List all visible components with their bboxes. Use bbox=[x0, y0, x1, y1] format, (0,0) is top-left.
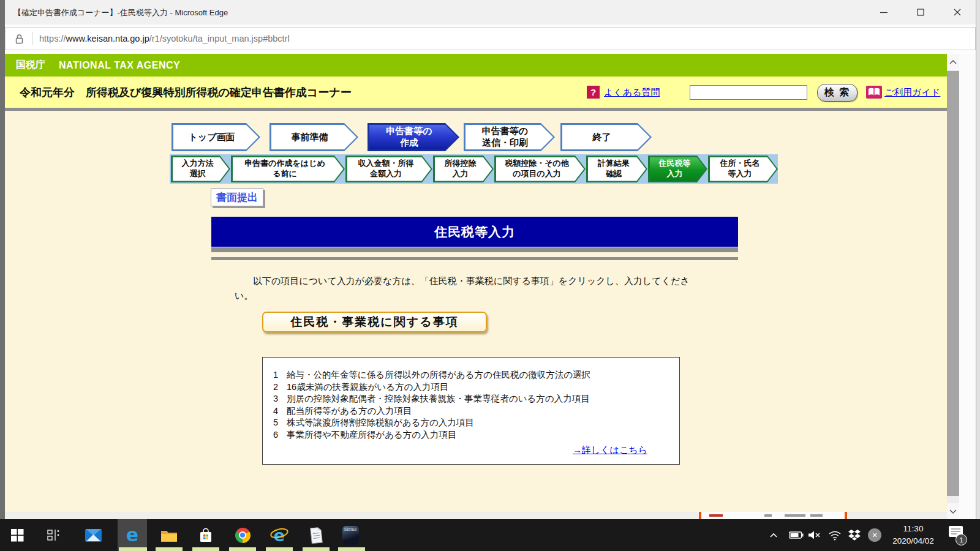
sub-nav-step-before-start[interactable]: 申告書の作成をはじめる前に bbox=[231, 156, 345, 182]
main-nav-step-send-print[interactable]: 申告書等の送信・印刷 bbox=[464, 123, 555, 151]
window-right-border bbox=[976, 0, 980, 519]
item-number: 6 bbox=[273, 429, 287, 441]
mail-app-button[interactable] bbox=[78, 519, 108, 551]
step-label: 計算結果 bbox=[598, 159, 630, 169]
items-box: 1給与・公的年金等に係る所得以外の所得がある方の住民税の徴収方法の選択 216歳… bbox=[262, 357, 680, 465]
sub-nav-step-tax-credit[interactable]: 税額控除・その他の項目の入力 bbox=[494, 156, 586, 182]
window-controls bbox=[865, 0, 976, 24]
item-number: 3 bbox=[273, 393, 287, 405]
dropbox-tray-button[interactable] bbox=[846, 519, 862, 551]
list-item: 3別居の控除対象配偶者・控除対象扶養親族・事業専従者のいる方の入力項目 bbox=[273, 393, 590, 405]
list-item: 4配当所得等がある方の入力項目 bbox=[273, 405, 590, 418]
item-text: 配当所得等がある方の入力項目 bbox=[287, 405, 412, 418]
section-divider bbox=[211, 257, 738, 260]
item-number: 2 bbox=[273, 381, 287, 394]
file-explorer-button[interactable] bbox=[154, 519, 184, 551]
step-label2: 金額入力 bbox=[370, 169, 402, 179]
step-label2: 選択 bbox=[190, 169, 206, 179]
sub-nav-step-input-method[interactable]: 入力方法選択 bbox=[171, 156, 230, 182]
step-label2: 等入力 bbox=[728, 169, 752, 179]
maximize-button[interactable] bbox=[902, 0, 939, 24]
scrollbar-thumb[interactable] bbox=[947, 71, 959, 496]
item-text: 給与・公的年金等に係る所得以外の所得がある方の住民税の徴収方法の選択 bbox=[287, 369, 590, 381]
start-button[interactable] bbox=[2, 519, 32, 551]
search-input[interactable] bbox=[690, 85, 807, 100]
tray-date: 2020/04/02 bbox=[877, 535, 949, 547]
step-label: 収入金額・所得 bbox=[358, 159, 414, 169]
resident-tax-business-tax-button[interactable]: 住民税・事業税に関する事項 bbox=[262, 312, 487, 332]
sub-nav-step-resident-tax[interactable]: 住民税等入力 bbox=[648, 156, 707, 182]
items-list: 1給与・公的年金等に係る所得以外の所得がある方の住民税の徴収方法の選択 216歳… bbox=[273, 369, 590, 441]
maximize-icon bbox=[916, 8, 925, 17]
sub-nav-step-calc-result[interactable]: 計算結果確認 bbox=[586, 156, 647, 182]
sirius-icon: Sirius bbox=[342, 526, 359, 545]
sirius-app-button[interactable]: Sirius bbox=[336, 519, 365, 551]
running-indicator bbox=[303, 547, 330, 551]
task-view-icon bbox=[47, 528, 61, 542]
item-number: 1 bbox=[273, 369, 287, 381]
url-separator bbox=[32, 32, 33, 45]
ie-browser-button[interactable]: e bbox=[265, 519, 294, 551]
window-title: 【確定申告書作成コーナー】-住民税等入力 - Microsoft Edge bbox=[13, 7, 228, 18]
scroll-up-button[interactable] bbox=[947, 54, 959, 70]
lock-icon bbox=[6, 34, 32, 44]
item-number: 4 bbox=[273, 405, 287, 418]
sub-nav-step-income-amount[interactable]: 収入金額・所得金額入力 bbox=[345, 156, 432, 182]
item-number: 5 bbox=[273, 417, 287, 429]
step-label2: 作成 bbox=[400, 137, 418, 149]
window-gutter bbox=[959, 54, 976, 519]
network-button[interactable] bbox=[827, 519, 843, 551]
main-nav-step-preparation[interactable]: 事前準備 bbox=[270, 123, 358, 151]
url-text: https://www.keisan.nta.go.jp/r1/syotoku/… bbox=[39, 34, 290, 43]
notification-center-button[interactable]: 1 bbox=[948, 525, 973, 547]
window-left-border bbox=[0, 0, 5, 519]
faq-link[interactable]: よくある質問 bbox=[604, 87, 660, 99]
list-item: 5株式等譲渡所得割控除税額がある方の入力項目 bbox=[273, 417, 590, 429]
close-button[interactable] bbox=[939, 0, 976, 24]
windows-logo-icon bbox=[10, 528, 24, 542]
chrome-icon bbox=[235, 528, 251, 543]
list-item: 216歳未満の扶養親族がいる方の入力項目 bbox=[273, 381, 590, 394]
section-title-bar: 住民税等入力 bbox=[211, 217, 738, 247]
main-nav-step-finish[interactable]: 終了 bbox=[560, 123, 652, 151]
hidden-icons-button[interactable] bbox=[769, 519, 782, 551]
running-indicator bbox=[119, 547, 147, 551]
clock[interactable]: 11:30 2020/04/02 bbox=[877, 523, 949, 547]
step-label2: の項目の入力 bbox=[513, 169, 561, 179]
running-indicator bbox=[266, 547, 293, 551]
page-heading: 令和元年分 所得税及び復興特別所得税の確定申告書作成コーナー bbox=[20, 85, 352, 100]
list-item: 6事業所得や不動産所得がある方の入力項目 bbox=[273, 429, 590, 441]
running-indicator bbox=[229, 547, 256, 551]
sub-nav-step-address-name[interactable]: 住所・氏名等入力 bbox=[708, 156, 778, 182]
sirius-label: Sirius bbox=[344, 527, 357, 545]
url-host: www.keisan.nta.go.jp bbox=[66, 34, 149, 43]
guide-link[interactable]: ご利用ガイド bbox=[884, 87, 940, 99]
volume-button[interactable] bbox=[807, 519, 823, 551]
battery-icon bbox=[789, 531, 804, 539]
url-box[interactable]: https://www.keisan.nta.go.jp/r1/syotoku/… bbox=[5, 27, 976, 50]
minimize-button[interactable] bbox=[865, 0, 902, 24]
battery-button[interactable] bbox=[788, 519, 805, 551]
agency-name-jp: 国税庁 bbox=[16, 59, 45, 72]
url-path: /r1/syotoku/ta_input_man.jsp#bbctrl bbox=[149, 34, 290, 43]
step-label2: る前に bbox=[273, 169, 297, 179]
notepad-app-button[interactable] bbox=[301, 519, 331, 551]
store-app-button[interactable] bbox=[191, 519, 221, 551]
url-scheme: https:// bbox=[39, 34, 66, 43]
next-section-sliver bbox=[5, 512, 947, 519]
edge-browser-button[interactable]: e bbox=[118, 519, 147, 551]
main-nav-step-top-screen[interactable]: トップ画面 bbox=[172, 123, 260, 151]
window-titlebar: 【確定申告書作成コーナー】-住民税等入力 - Microsoft Edge bbox=[5, 0, 976, 24]
wifi-icon bbox=[828, 530, 842, 541]
details-link[interactable]: →詳しくはこちら bbox=[573, 444, 647, 456]
main-nav-step-create-return[interactable]: 申告書等の作成 bbox=[368, 123, 459, 151]
item-text: 事業所得や不動産所得がある方の入力項目 bbox=[287, 429, 456, 441]
ie-icon: e bbox=[270, 526, 288, 544]
step-label: 申告書等の bbox=[386, 126, 432, 137]
scroll-down-button[interactable] bbox=[947, 503, 959, 519]
task-view-button[interactable] bbox=[39, 519, 69, 551]
sub-nav-step-income-deduction[interactable]: 所得控除入力 bbox=[433, 156, 494, 182]
search-button[interactable]: 検 索 bbox=[817, 84, 858, 102]
step-label: 住民税等 bbox=[659, 159, 691, 169]
chrome-browser-button[interactable] bbox=[228, 519, 257, 551]
